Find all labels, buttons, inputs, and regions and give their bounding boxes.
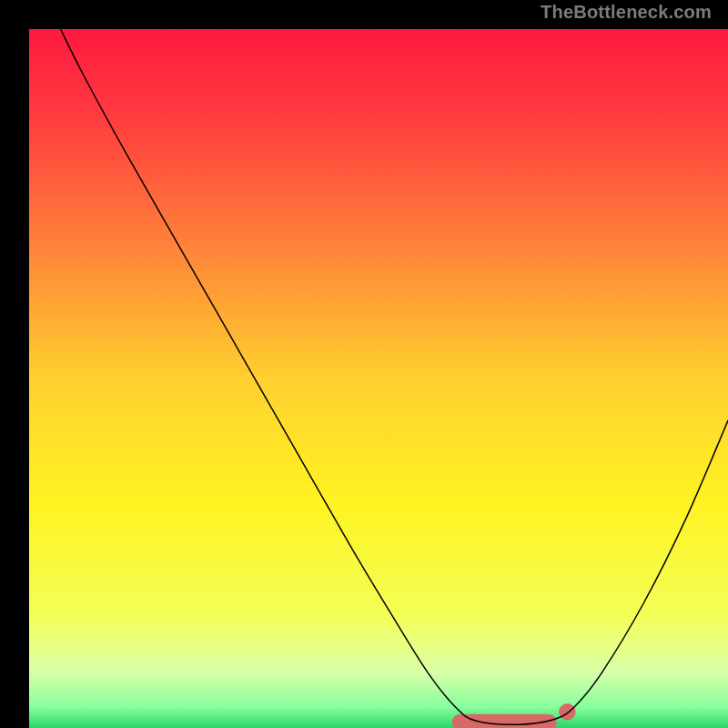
chart-svg xyxy=(29,29,728,728)
optimal-range-marker xyxy=(452,714,557,728)
attribution-label: TheBottleneck.com xyxy=(541,2,712,23)
marker-dot xyxy=(559,703,575,720)
chart-background xyxy=(29,29,728,728)
chart-frame xyxy=(15,15,713,713)
plot-area xyxy=(29,29,728,728)
